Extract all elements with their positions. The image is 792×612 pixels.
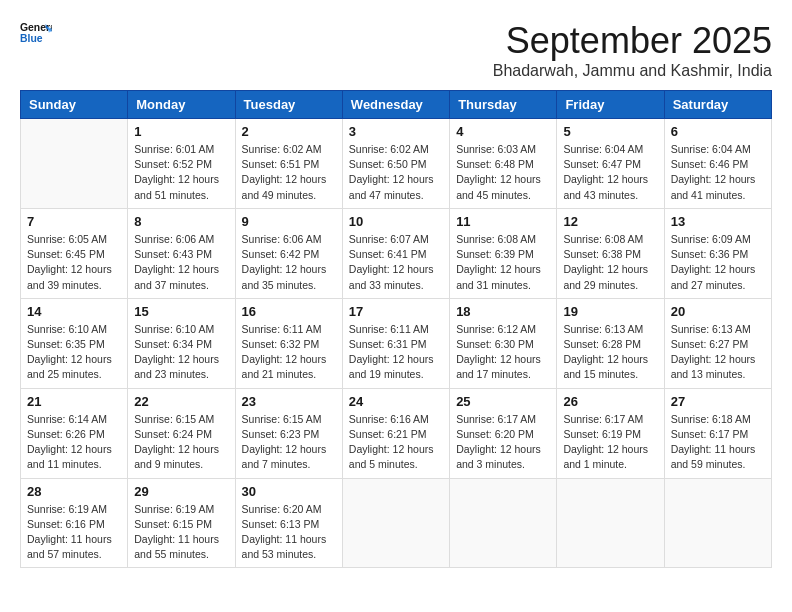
day-cell-10: 10Sunrise: 6:07 AMSunset: 6:41 PMDayligh… <box>342 208 449 298</box>
day-number: 17 <box>349 304 443 319</box>
day-cell-28: 28Sunrise: 6:19 AMSunset: 6:16 PMDayligh… <box>21 478 128 568</box>
day-cell-14: 14Sunrise: 6:10 AMSunset: 6:35 PMDayligh… <box>21 298 128 388</box>
day-info: Sunrise: 6:13 AMSunset: 6:27 PMDaylight:… <box>671 322 765 383</box>
day-info: Sunrise: 6:15 AMSunset: 6:24 PMDaylight:… <box>134 412 228 473</box>
day-number: 15 <box>134 304 228 319</box>
day-cell-9: 9Sunrise: 6:06 AMSunset: 6:42 PMDaylight… <box>235 208 342 298</box>
day-cell-1: 1Sunrise: 6:01 AMSunset: 6:52 PMDaylight… <box>128 119 235 209</box>
day-info: Sunrise: 6:13 AMSunset: 6:28 PMDaylight:… <box>563 322 657 383</box>
day-cell-12: 12Sunrise: 6:08 AMSunset: 6:38 PMDayligh… <box>557 208 664 298</box>
day-number: 3 <box>349 124 443 139</box>
header-friday: Friday <box>557 91 664 119</box>
day-cell-5: 5Sunrise: 6:04 AMSunset: 6:47 PMDaylight… <box>557 119 664 209</box>
day-cell-7: 7Sunrise: 6:05 AMSunset: 6:45 PMDaylight… <box>21 208 128 298</box>
day-cell-29: 29Sunrise: 6:19 AMSunset: 6:15 PMDayligh… <box>128 478 235 568</box>
day-cell-4: 4Sunrise: 6:03 AMSunset: 6:48 PMDaylight… <box>450 119 557 209</box>
day-info: Sunrise: 6:18 AMSunset: 6:17 PMDaylight:… <box>671 412 765 473</box>
day-info: Sunrise: 6:11 AMSunset: 6:31 PMDaylight:… <box>349 322 443 383</box>
day-info: Sunrise: 6:03 AMSunset: 6:48 PMDaylight:… <box>456 142 550 203</box>
day-cell-24: 24Sunrise: 6:16 AMSunset: 6:21 PMDayligh… <box>342 388 449 478</box>
day-cell-19: 19Sunrise: 6:13 AMSunset: 6:28 PMDayligh… <box>557 298 664 388</box>
month-title: September 2025 <box>493 20 772 62</box>
empty-cell <box>450 478 557 568</box>
day-number: 25 <box>456 394 550 409</box>
day-cell-18: 18Sunrise: 6:12 AMSunset: 6:30 PMDayligh… <box>450 298 557 388</box>
day-number: 27 <box>671 394 765 409</box>
day-number: 22 <box>134 394 228 409</box>
day-info: Sunrise: 6:02 AMSunset: 6:50 PMDaylight:… <box>349 142 443 203</box>
header-tuesday: Tuesday <box>235 91 342 119</box>
day-info: Sunrise: 6:19 AMSunset: 6:16 PMDaylight:… <box>27 502 121 563</box>
logo: General Blue <box>20 20 52 48</box>
day-number: 24 <box>349 394 443 409</box>
header-monday: Monday <box>128 91 235 119</box>
day-number: 13 <box>671 214 765 229</box>
day-info: Sunrise: 6:09 AMSunset: 6:36 PMDaylight:… <box>671 232 765 293</box>
header: General Blue September 2025 Bhadarwah, J… <box>20 20 772 80</box>
day-cell-27: 27Sunrise: 6:18 AMSunset: 6:17 PMDayligh… <box>664 388 771 478</box>
day-cell-30: 30Sunrise: 6:20 AMSunset: 6:13 PMDayligh… <box>235 478 342 568</box>
empty-cell <box>342 478 449 568</box>
day-cell-17: 17Sunrise: 6:11 AMSunset: 6:31 PMDayligh… <box>342 298 449 388</box>
day-number: 10 <box>349 214 443 229</box>
header-wednesday: Wednesday <box>342 91 449 119</box>
day-info: Sunrise: 6:14 AMSunset: 6:26 PMDaylight:… <box>27 412 121 473</box>
day-number: 19 <box>563 304 657 319</box>
day-cell-16: 16Sunrise: 6:11 AMSunset: 6:32 PMDayligh… <box>235 298 342 388</box>
day-number: 4 <box>456 124 550 139</box>
day-cell-22: 22Sunrise: 6:15 AMSunset: 6:24 PMDayligh… <box>128 388 235 478</box>
day-cell-15: 15Sunrise: 6:10 AMSunset: 6:34 PMDayligh… <box>128 298 235 388</box>
day-number: 12 <box>563 214 657 229</box>
day-info: Sunrise: 6:04 AMSunset: 6:46 PMDaylight:… <box>671 142 765 203</box>
day-info: Sunrise: 6:02 AMSunset: 6:51 PMDaylight:… <box>242 142 336 203</box>
day-number: 29 <box>134 484 228 499</box>
day-info: Sunrise: 6:17 AMSunset: 6:19 PMDaylight:… <box>563 412 657 473</box>
day-number: 14 <box>27 304 121 319</box>
day-number: 16 <box>242 304 336 319</box>
calendar-table: SundayMondayTuesdayWednesdayThursdayFrid… <box>20 90 772 568</box>
day-number: 2 <box>242 124 336 139</box>
day-number: 30 <box>242 484 336 499</box>
day-number: 18 <box>456 304 550 319</box>
day-cell-8: 8Sunrise: 6:06 AMSunset: 6:43 PMDaylight… <box>128 208 235 298</box>
day-number: 6 <box>671 124 765 139</box>
header-thursday: Thursday <box>450 91 557 119</box>
day-info: Sunrise: 6:06 AMSunset: 6:42 PMDaylight:… <box>242 232 336 293</box>
logo-icon: General Blue <box>20 20 52 48</box>
day-info: Sunrise: 6:06 AMSunset: 6:43 PMDaylight:… <box>134 232 228 293</box>
day-info: Sunrise: 6:17 AMSunset: 6:20 PMDaylight:… <box>456 412 550 473</box>
day-number: 11 <box>456 214 550 229</box>
svg-text:Blue: Blue <box>20 33 43 44</box>
title-area: September 2025 Bhadarwah, Jammu and Kash… <box>493 20 772 80</box>
week-row-2: 7Sunrise: 6:05 AMSunset: 6:45 PMDaylight… <box>21 208 772 298</box>
day-number: 7 <box>27 214 121 229</box>
day-info: Sunrise: 6:15 AMSunset: 6:23 PMDaylight:… <box>242 412 336 473</box>
day-cell-23: 23Sunrise: 6:15 AMSunset: 6:23 PMDayligh… <box>235 388 342 478</box>
day-number: 5 <box>563 124 657 139</box>
day-info: Sunrise: 6:08 AMSunset: 6:39 PMDaylight:… <box>456 232 550 293</box>
empty-cell <box>21 119 128 209</box>
day-info: Sunrise: 6:07 AMSunset: 6:41 PMDaylight:… <box>349 232 443 293</box>
week-row-5: 28Sunrise: 6:19 AMSunset: 6:16 PMDayligh… <box>21 478 772 568</box>
day-info: Sunrise: 6:19 AMSunset: 6:15 PMDaylight:… <box>134 502 228 563</box>
empty-cell <box>664 478 771 568</box>
day-number: 8 <box>134 214 228 229</box>
empty-cell <box>557 478 664 568</box>
day-cell-21: 21Sunrise: 6:14 AMSunset: 6:26 PMDayligh… <box>21 388 128 478</box>
day-info: Sunrise: 6:12 AMSunset: 6:30 PMDaylight:… <box>456 322 550 383</box>
day-number: 26 <box>563 394 657 409</box>
day-cell-11: 11Sunrise: 6:08 AMSunset: 6:39 PMDayligh… <box>450 208 557 298</box>
day-info: Sunrise: 6:05 AMSunset: 6:45 PMDaylight:… <box>27 232 121 293</box>
day-number: 9 <box>242 214 336 229</box>
day-cell-25: 25Sunrise: 6:17 AMSunset: 6:20 PMDayligh… <box>450 388 557 478</box>
header-saturday: Saturday <box>664 91 771 119</box>
day-info: Sunrise: 6:11 AMSunset: 6:32 PMDaylight:… <box>242 322 336 383</box>
day-cell-20: 20Sunrise: 6:13 AMSunset: 6:27 PMDayligh… <box>664 298 771 388</box>
day-number: 21 <box>27 394 121 409</box>
calendar-header-row: SundayMondayTuesdayWednesdayThursdayFrid… <box>21 91 772 119</box>
location-title: Bhadarwah, Jammu and Kashmir, India <box>493 62 772 80</box>
week-row-4: 21Sunrise: 6:14 AMSunset: 6:26 PMDayligh… <box>21 388 772 478</box>
day-cell-26: 26Sunrise: 6:17 AMSunset: 6:19 PMDayligh… <box>557 388 664 478</box>
header-sunday: Sunday <box>21 91 128 119</box>
week-row-3: 14Sunrise: 6:10 AMSunset: 6:35 PMDayligh… <box>21 298 772 388</box>
